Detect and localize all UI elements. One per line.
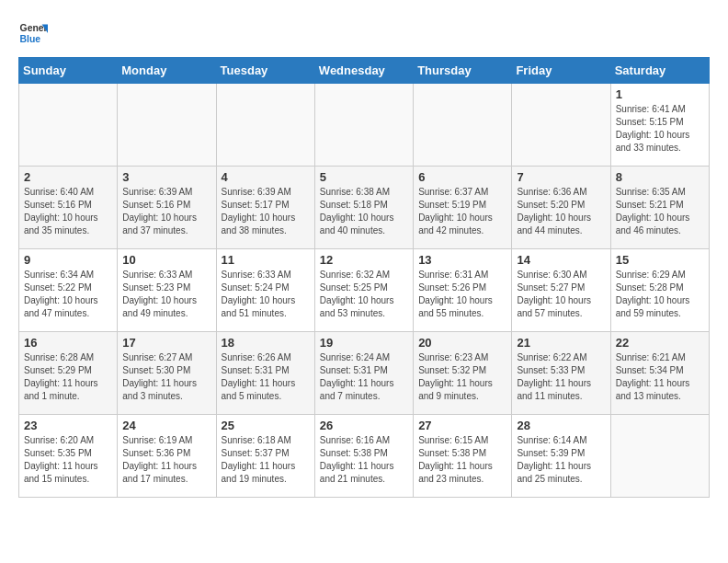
page-header: General Blue [18, 18, 710, 48]
day-number: 19 [320, 336, 408, 350]
calendar-cell: 24Sunrise: 6:19 AM Sunset: 5:36 PM Dayli… [118, 415, 216, 498]
calendar-cell: 22Sunrise: 6:21 AM Sunset: 5:34 PM Dayli… [610, 332, 709, 415]
calendar-cell: 19Sunrise: 6:24 AM Sunset: 5:31 PM Dayli… [314, 332, 413, 415]
calendar-cell: 10Sunrise: 6:33 AM Sunset: 5:23 PM Dayli… [118, 249, 216, 332]
svg-text:Blue: Blue [20, 34, 41, 44]
day-info: Sunrise: 6:37 AM Sunset: 5:19 PM Dayligh… [418, 186, 506, 237]
calendar-cell [610, 415, 709, 498]
calendar-cell: 17Sunrise: 6:27 AM Sunset: 5:30 PM Dayli… [118, 332, 216, 415]
calendar-cell: 27Sunrise: 6:15 AM Sunset: 5:38 PM Dayli… [414, 415, 512, 498]
calendar-week-row: 16Sunrise: 6:28 AM Sunset: 5:29 PM Dayli… [19, 332, 710, 415]
day-number: 11 [222, 253, 310, 267]
calendar-cell [118, 84, 216, 167]
calendar-cell: 1Sunrise: 6:41 AM Sunset: 5:15 PM Daylig… [610, 84, 709, 167]
calendar-cell [414, 84, 512, 167]
calendar-cell: 23Sunrise: 6:20 AM Sunset: 5:35 PM Dayli… [19, 415, 118, 498]
day-info: Sunrise: 6:22 AM Sunset: 5:33 PM Dayligh… [517, 351, 605, 403]
day-info: Sunrise: 6:14 AM Sunset: 5:39 PM Dayligh… [517, 434, 605, 486]
weekday-header-saturday: Saturday [610, 58, 709, 84]
day-number: 15 [616, 253, 704, 267]
calendar-cell: 11Sunrise: 6:33 AM Sunset: 5:24 PM Dayli… [216, 249, 314, 332]
calendar-week-row: 9Sunrise: 6:34 AM Sunset: 5:22 PM Daylig… [19, 249, 710, 332]
calendar-cell: 6Sunrise: 6:37 AM Sunset: 5:19 PM Daylig… [414, 167, 512, 249]
calendar-cell: 15Sunrise: 6:29 AM Sunset: 5:28 PM Dayli… [610, 249, 709, 332]
day-info: Sunrise: 6:19 AM Sunset: 5:36 PM Dayligh… [122, 434, 210, 486]
day-info: Sunrise: 6:18 AM Sunset: 5:37 PM Dayligh… [222, 434, 310, 486]
calendar-cell [19, 84, 118, 167]
day-info: Sunrise: 6:15 AM Sunset: 5:38 PM Dayligh… [418, 434, 506, 486]
calendar-cell: 4Sunrise: 6:39 AM Sunset: 5:17 PM Daylig… [216, 167, 314, 249]
weekday-header-monday: Monday [118, 58, 216, 84]
day-number: 16 [24, 336, 112, 350]
day-info: Sunrise: 6:36 AM Sunset: 5:20 PM Dayligh… [517, 186, 605, 237]
day-number: 8 [616, 170, 704, 184]
day-info: Sunrise: 6:34 AM Sunset: 5:22 PM Dayligh… [24, 269, 112, 320]
calendar-cell: 3Sunrise: 6:39 AM Sunset: 5:16 PM Daylig… [118, 167, 216, 249]
day-info: Sunrise: 6:20 AM Sunset: 5:35 PM Dayligh… [24, 434, 112, 486]
day-info: Sunrise: 6:29 AM Sunset: 5:28 PM Dayligh… [616, 269, 704, 320]
calendar-cell: 26Sunrise: 6:16 AM Sunset: 5:38 PM Dayli… [314, 415, 413, 498]
calendar-cell: 13Sunrise: 6:31 AM Sunset: 5:26 PM Dayli… [414, 249, 512, 332]
weekday-header-sunday: Sunday [19, 58, 118, 84]
weekday-header-thursday: Thursday [414, 58, 512, 84]
weekday-header-row: SundayMondayTuesdayWednesdayThursdayFrid… [19, 58, 710, 84]
day-info: Sunrise: 6:21 AM Sunset: 5:34 PM Dayligh… [616, 351, 704, 403]
day-info: Sunrise: 6:16 AM Sunset: 5:38 PM Dayligh… [320, 434, 408, 486]
day-number: 26 [320, 419, 408, 432]
calendar-cell: 21Sunrise: 6:22 AM Sunset: 5:33 PM Dayli… [512, 332, 610, 415]
calendar-cell: 12Sunrise: 6:32 AM Sunset: 5:25 PM Dayli… [314, 249, 413, 332]
day-number: 18 [222, 336, 310, 350]
weekday-header-friday: Friday [512, 58, 610, 84]
logo: General Blue [18, 18, 48, 48]
day-number: 21 [517, 336, 605, 350]
weekday-header-tuesday: Tuesday [216, 58, 314, 84]
day-info: Sunrise: 6:32 AM Sunset: 5:25 PM Dayligh… [320, 269, 408, 320]
day-number: 4 [222, 170, 310, 184]
day-number: 24 [122, 419, 210, 432]
day-number: 10 [122, 253, 210, 267]
calendar-cell [216, 84, 314, 167]
calendar-cell: 16Sunrise: 6:28 AM Sunset: 5:29 PM Dayli… [19, 332, 118, 415]
day-info: Sunrise: 6:31 AM Sunset: 5:26 PM Dayligh… [418, 269, 506, 320]
day-info: Sunrise: 6:33 AM Sunset: 5:24 PM Dayligh… [222, 269, 310, 320]
day-number: 27 [418, 419, 506, 432]
calendar-cell: 18Sunrise: 6:26 AM Sunset: 5:31 PM Dayli… [216, 332, 314, 415]
weekday-header-wednesday: Wednesday [314, 58, 413, 84]
day-number: 3 [122, 170, 210, 184]
calendar-week-row: 1Sunrise: 6:41 AM Sunset: 5:15 PM Daylig… [19, 84, 710, 167]
calendar-cell: 20Sunrise: 6:23 AM Sunset: 5:32 PM Dayli… [414, 332, 512, 415]
calendar-cell [314, 84, 413, 167]
day-number: 6 [418, 170, 506, 184]
day-info: Sunrise: 6:24 AM Sunset: 5:31 PM Dayligh… [320, 351, 408, 403]
day-number: 23 [24, 419, 112, 432]
day-number: 12 [320, 253, 408, 267]
calendar-cell [512, 84, 610, 167]
day-info: Sunrise: 6:38 AM Sunset: 5:18 PM Dayligh… [320, 186, 408, 237]
calendar-cell: 5Sunrise: 6:38 AM Sunset: 5:18 PM Daylig… [314, 167, 413, 249]
day-info: Sunrise: 6:40 AM Sunset: 5:16 PM Dayligh… [24, 186, 112, 237]
calendar-cell: 2Sunrise: 6:40 AM Sunset: 5:16 PM Daylig… [19, 167, 118, 249]
day-number: 7 [517, 170, 605, 184]
day-info: Sunrise: 6:30 AM Sunset: 5:27 PM Dayligh… [517, 269, 605, 320]
calendar-cell: 9Sunrise: 6:34 AM Sunset: 5:22 PM Daylig… [19, 249, 118, 332]
day-number: 28 [517, 419, 605, 432]
day-info: Sunrise: 6:35 AM Sunset: 5:21 PM Dayligh… [616, 186, 704, 237]
calendar-table: SundayMondayTuesdayWednesdayThursdayFrid… [18, 57, 710, 498]
day-number: 5 [320, 170, 408, 184]
day-info: Sunrise: 6:41 AM Sunset: 5:15 PM Dayligh… [616, 103, 704, 155]
day-info: Sunrise: 6:23 AM Sunset: 5:32 PM Dayligh… [418, 351, 506, 403]
calendar-week-row: 2Sunrise: 6:40 AM Sunset: 5:16 PM Daylig… [19, 167, 710, 249]
day-info: Sunrise: 6:27 AM Sunset: 5:30 PM Dayligh… [122, 351, 210, 403]
calendar-week-row: 23Sunrise: 6:20 AM Sunset: 5:35 PM Dayli… [19, 415, 710, 498]
day-info: Sunrise: 6:39 AM Sunset: 5:17 PM Dayligh… [222, 186, 310, 237]
day-info: Sunrise: 6:26 AM Sunset: 5:31 PM Dayligh… [222, 351, 310, 403]
calendar-cell: 14Sunrise: 6:30 AM Sunset: 5:27 PM Dayli… [512, 249, 610, 332]
logo-icon: General Blue [18, 18, 48, 48]
day-info: Sunrise: 6:39 AM Sunset: 5:16 PM Dayligh… [122, 186, 210, 237]
day-number: 17 [122, 336, 210, 350]
calendar-cell: 25Sunrise: 6:18 AM Sunset: 5:37 PM Dayli… [216, 415, 314, 498]
day-number: 13 [418, 253, 506, 267]
day-number: 2 [24, 170, 112, 184]
day-info: Sunrise: 6:33 AM Sunset: 5:23 PM Dayligh… [122, 269, 210, 320]
day-number: 9 [24, 253, 112, 267]
